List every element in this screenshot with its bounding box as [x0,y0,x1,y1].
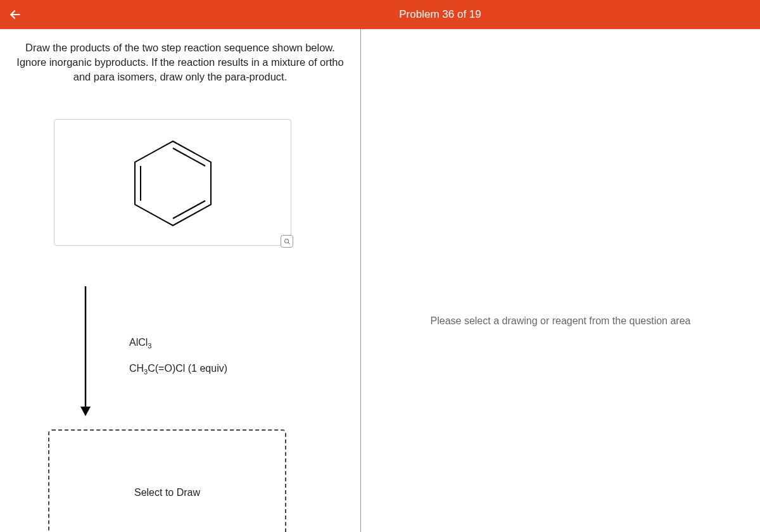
molecule-display[interactable] [54,119,291,246]
app-header: Problem 36 of 19 [0,0,760,29]
magnifier-icon [284,238,291,245]
draw-box-label: Select to Draw [134,487,200,498]
back-button[interactable] [8,7,23,22]
question-panel: Draw the products of the two step reacti… [0,29,361,532]
page-title: Problem 36 of 19 [399,8,481,21]
zoom-button[interactable] [281,235,293,248]
reaction-arrow [76,286,95,422]
problem-statement: Draw the products of the two step reacti… [6,41,354,84]
main-content: Draw the products of the two step reacti… [0,29,760,532]
svg-line-6 [288,243,289,244]
arrow-left-icon [9,8,22,21]
reagent-line-2: CH3C(=O)Cl (1 equiv) [129,363,227,376]
svg-line-3 [173,201,205,218]
svg-line-2 [173,148,205,166]
drawing-panel: Please select a drawing or reagent from … [361,29,760,532]
benzene-icon [125,132,220,233]
svg-point-5 [284,239,288,243]
svg-marker-8 [80,407,91,416]
reagent-line-1: AlCl3 [129,337,151,350]
svg-marker-1 [135,141,211,225]
draw-target-box[interactable]: Select to Draw [48,429,286,532]
drawing-placeholder: Please select a drawing or reagent from … [361,315,760,327]
